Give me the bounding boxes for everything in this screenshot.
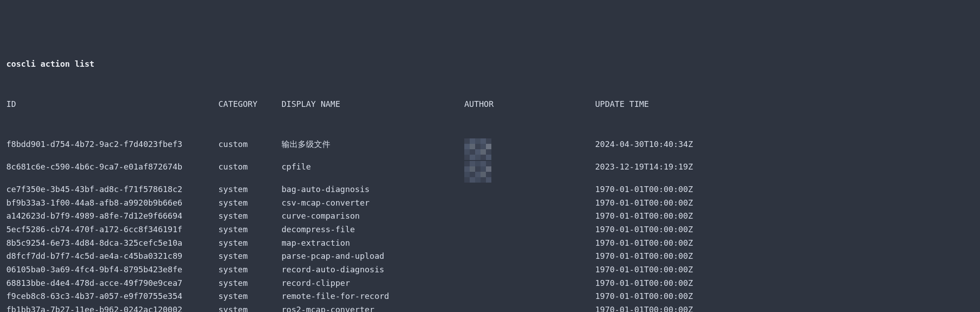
cell-author xyxy=(464,223,595,236)
cell-update-time: 1970-01-01T00:00:00Z xyxy=(595,196,974,210)
table-row: d8fcf7dd-b7f7-4c5d-ae4a-c45ba0321c89syst… xyxy=(6,249,974,263)
table-row: 8c681c6e-c590-4b6c-9ca7-e01af872674bcust… xyxy=(6,160,974,183)
cell-author xyxy=(464,209,595,223)
table-row: f8bdd901-d754-4b72-9ac2-f7d4023fbef3cust… xyxy=(6,138,974,160)
cell-id: fb1bb37a-7b27-11ee-b962-0242ac120002 xyxy=(6,303,218,312)
table-row: f9ceb8c8-63c3-4b37-a057-e9f70755e354syst… xyxy=(6,289,974,303)
cell-id: 5ecf5286-cb74-470f-a172-6cc8f346191f xyxy=(6,223,218,236)
cell-author xyxy=(464,183,595,196)
table-row: bf9b33a3-1f00-44a8-afb8-a9920b9b66e6syst… xyxy=(6,196,974,210)
cell-update-time: 1970-01-01T00:00:00Z xyxy=(595,223,974,236)
cell-display-name: csv-mcap-converter xyxy=(282,196,464,210)
cell-id: d8fcf7dd-b7f7-4c5d-ae4a-c45ba0321c89 xyxy=(6,249,218,263)
cell-update-time: 1970-01-01T00:00:00Z xyxy=(595,236,974,250)
table-row: fb1bb37a-7b27-11ee-b962-0242ac120002syst… xyxy=(6,303,974,312)
cell-author xyxy=(464,160,595,183)
cell-display-name: remote-file-for-record xyxy=(282,289,464,303)
cell-category: system xyxy=(218,276,282,290)
cell-update-time: 2024-04-30T10:40:34Z xyxy=(595,138,974,160)
table-row: 8b5c9254-6e73-4d84-8dca-325cefc5e10asyst… xyxy=(6,236,974,250)
cell-update-time: 2023-12-19T14:19:19Z xyxy=(595,160,974,183)
cell-id: 8c681c6e-c590-4b6c-9ca7-e01af872674b xyxy=(6,160,218,183)
cell-update-time: 1970-01-01T00:00:00Z xyxy=(595,263,974,276)
table-row: 68813bbe-d4e4-478d-acce-49f790e9cea7syst… xyxy=(6,276,974,290)
cell-update-time: 1970-01-01T00:00:00Z xyxy=(595,183,974,196)
cell-category: system xyxy=(218,223,282,236)
cell-author xyxy=(464,138,595,160)
cell-display-name: record-auto-diagnosis xyxy=(282,263,464,276)
cell-display-name: ros2-mcap-converter xyxy=(282,303,464,312)
cell-category: system xyxy=(218,303,282,312)
cell-id: f9ceb8c8-63c3-4b37-a057-e9f70755e354 xyxy=(6,289,218,303)
cell-id: ce7f350e-3b45-43bf-ad8c-f71f578618c2 xyxy=(6,183,218,196)
cell-update-time: 1970-01-01T00:00:00Z xyxy=(595,276,974,290)
cell-author xyxy=(464,196,595,210)
cell-category: system xyxy=(218,263,282,276)
cell-id: 8b5c9254-6e73-4d84-8dca-325cefc5e10a xyxy=(6,236,218,250)
cell-display-name: decompress-file xyxy=(282,223,464,236)
table-row: ce7f350e-3b45-43bf-ad8c-f71f578618c2syst… xyxy=(6,183,974,196)
redacted-author-icon xyxy=(464,138,491,160)
cell-id: a142623d-b7f9-4989-a8fe-7d12e9f66694 xyxy=(6,209,218,223)
command-line: coscli action list xyxy=(6,57,974,71)
cell-display-name: bag-auto-diagnosis xyxy=(282,183,464,196)
cell-id: bf9b33a3-1f00-44a8-afb8-a9920b9b66e6 xyxy=(6,196,218,210)
cell-author xyxy=(464,289,595,303)
cell-display-name: 输出多级文件 xyxy=(282,138,464,160)
cell-author xyxy=(464,276,595,290)
table-header: ID CATEGORY DISPLAY NAME AUTHOR UPDATE T… xyxy=(6,97,974,111)
cell-display-name: map-extraction xyxy=(282,236,464,250)
cell-update-time: 1970-01-01T00:00:00Z xyxy=(595,303,974,312)
cell-category: system xyxy=(218,236,282,250)
table-body: f8bdd901-d754-4b72-9ac2-f7d4023fbef3cust… xyxy=(6,138,974,312)
redacted-author-icon xyxy=(464,161,491,183)
cell-update-time: 1970-01-01T00:00:00Z xyxy=(595,209,974,223)
cell-category: custom xyxy=(218,138,282,160)
cell-display-name: cpfile xyxy=(282,160,464,183)
cell-author xyxy=(464,236,595,250)
col-header-display-name: DISPLAY NAME xyxy=(282,97,464,111)
col-header-id: ID xyxy=(6,97,218,111)
cell-display-name: record-clipper xyxy=(282,276,464,290)
col-header-update-time: UPDATE TIME xyxy=(595,97,974,111)
cell-category: system xyxy=(218,289,282,303)
col-header-category: CATEGORY xyxy=(218,97,282,111)
col-header-author: AUTHOR xyxy=(464,97,595,111)
cell-id: 06105ba0-3a69-4fc4-9bf4-8795b423e8fe xyxy=(6,263,218,276)
cell-id: 68813bbe-d4e4-478d-acce-49f790e9cea7 xyxy=(6,276,218,290)
cell-author xyxy=(464,249,595,263)
cell-author xyxy=(464,263,595,276)
cell-category: system xyxy=(218,183,282,196)
cell-display-name: parse-pcap-and-upload xyxy=(282,249,464,263)
table-row: 06105ba0-3a69-4fc4-9bf4-8795b423e8fesyst… xyxy=(6,263,974,276)
cell-category: system xyxy=(218,209,282,223)
table-row: a142623d-b7f9-4989-a8fe-7d12e9f66694syst… xyxy=(6,209,974,223)
cell-category: custom xyxy=(218,160,282,183)
cell-update-time: 1970-01-01T00:00:00Z xyxy=(595,249,974,263)
cell-update-time: 1970-01-01T00:00:00Z xyxy=(595,289,974,303)
cell-category: system xyxy=(218,196,282,210)
cell-display-name: curve-comparison xyxy=(282,209,464,223)
cell-id: f8bdd901-d754-4b72-9ac2-f7d4023fbef3 xyxy=(6,138,218,160)
cell-author xyxy=(464,303,595,312)
cell-category: system xyxy=(218,249,282,263)
table-row: 5ecf5286-cb74-470f-a172-6cc8f346191fsyst… xyxy=(6,223,974,236)
